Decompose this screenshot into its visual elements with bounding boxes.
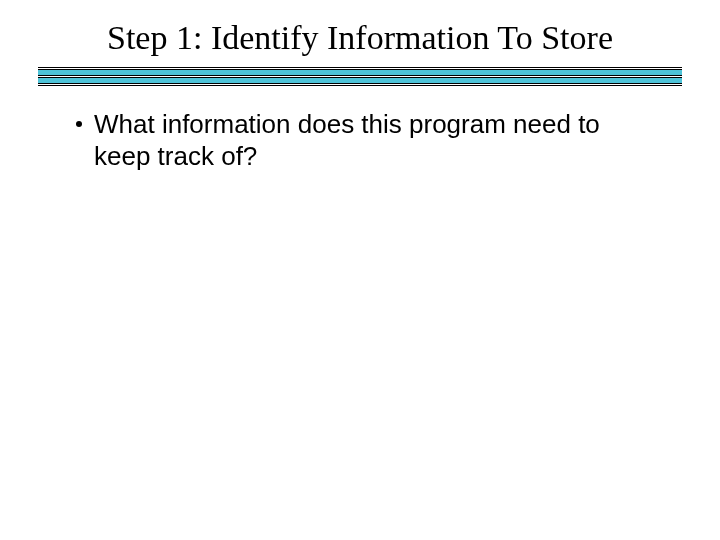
content-area: What information does this program need … [70, 108, 650, 173]
title-underline [38, 67, 682, 86]
title-wrap: Step 1: Identify Information To Store [38, 18, 682, 63]
slide-title: Step 1: Identify Information To Store [38, 18, 682, 63]
bullet-text: What information does this program need … [94, 108, 650, 173]
bullet-icon [76, 121, 82, 127]
list-item: What information does this program need … [70, 108, 650, 173]
slide: Step 1: Identify Information To Store Wh… [0, 0, 720, 540]
